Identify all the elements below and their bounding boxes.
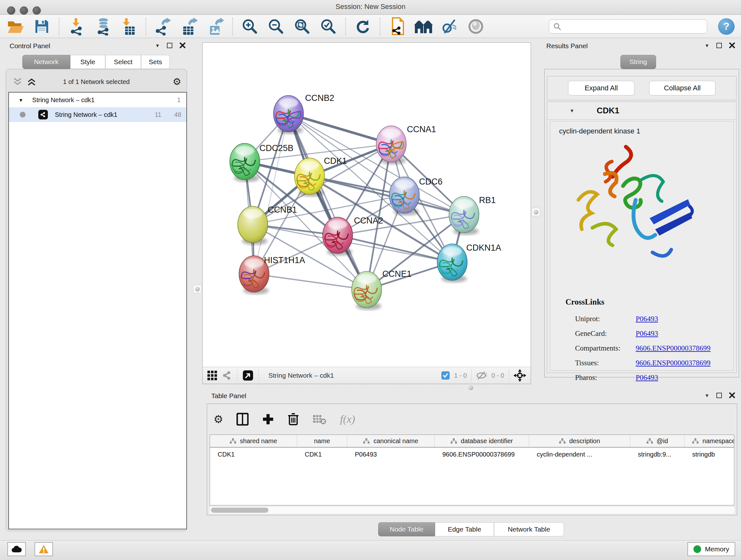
table-cell[interactable]: CDK1	[297, 451, 347, 458]
close-panel-icon[interactable]	[179, 42, 186, 49]
network-edge-HIST1H1A-CCNE1[interactable]	[254, 274, 367, 290]
import-table-icon[interactable]	[119, 17, 138, 36]
table-cell[interactable]: stringdb	[684, 451, 734, 458]
zoom-fit-icon[interactable]	[293, 17, 312, 36]
tab-network-table[interactable]: Network Table	[494, 522, 564, 537]
search-field[interactable]	[549, 19, 707, 34]
column-header-shared-name[interactable]: shared name	[210, 435, 297, 447]
tab-select[interactable]: Select	[105, 55, 141, 69]
window-title: Session: New Session	[0, 3, 741, 11]
column-header-label: @id	[657, 437, 668, 445]
add-column-icon[interactable]	[262, 413, 274, 425]
bottom-divider-handle[interactable]	[468, 385, 473, 390]
crosslink-link[interactable]: P06493	[636, 329, 658, 338]
crosslink-link[interactable]: P06493	[636, 315, 658, 323]
show-columns-icon[interactable]	[237, 413, 249, 426]
cloud-icon	[11, 546, 22, 553]
table-hscrollbar[interactable]	[210, 507, 734, 514]
birdseye-view-icon[interactable]	[243, 370, 253, 381]
network-node-CCNA2[interactable]	[323, 217, 353, 256]
table-cell[interactable]: stringdb:9...	[630, 451, 684, 458]
open-session-icon[interactable]	[6, 17, 25, 36]
close-panel-icon[interactable]	[729, 42, 735, 49]
expand-all-button[interactable]: Expand All	[568, 81, 634, 96]
zoom-out-icon[interactable]	[267, 17, 285, 36]
delete-column-icon[interactable]	[287, 413, 299, 426]
tree-expand-icon[interactable]: ▼	[18, 98, 23, 103]
column-header--id[interactable]: @id	[630, 435, 684, 447]
close-panel-icon[interactable]	[729, 392, 735, 398]
string-home-icon[interactable]	[414, 17, 433, 36]
network-node-CCNA1[interactable]	[376, 126, 406, 165]
network-node-CCNE1[interactable]	[352, 271, 382, 310]
search-input[interactable]	[564, 23, 701, 30]
hide-glasses-icon[interactable]	[441, 17, 459, 36]
warning-status-button[interactable]	[35, 542, 53, 556]
network-canvas[interactable]: CCNB2CCNA1CDC25BCDK1CDC6RB1CCNB1CCNA2CDK…	[203, 43, 531, 367]
cdk1-section-header[interactable]: ▼ CDK1	[547, 102, 736, 120]
crosslink-link[interactable]: P06493	[636, 374, 658, 382]
grid-view-icon[interactable]	[207, 370, 217, 381]
export-network-icon[interactable]	[154, 17, 172, 36]
column-header-description[interactable]: description	[529, 435, 630, 447]
cloud-status-button[interactable]	[7, 542, 26, 556]
zoom-selected-icon[interactable]	[319, 17, 338, 36]
tab-edge-table[interactable]: Edge Table	[435, 522, 494, 537]
zoom-in-icon[interactable]	[241, 17, 259, 36]
tab-node-table[interactable]: Node Table	[378, 522, 435, 537]
memory-button[interactable]: Memory	[687, 542, 735, 556]
function-builder-icon: f(x)	[340, 413, 355, 425]
network-edge-CCNB2-CCNA1[interactable]	[288, 114, 391, 144]
tab-string[interactable]: String	[620, 55, 656, 69]
export-table-icon[interactable]	[180, 17, 199, 36]
float-panel-icon[interactable]	[717, 43, 722, 48]
tab-network[interactable]: Network	[22, 55, 70, 69]
refresh-icon[interactable]	[354, 17, 372, 36]
network-list: ▼ String Network – cdk1 1 String Network…	[8, 92, 187, 530]
export-image-icon[interactable]	[206, 17, 225, 36]
crosslink-link[interactable]: 9606.ENSP00000378699	[636, 359, 711, 367]
network-collection-row[interactable]: ▼ String Network – cdk1 1	[9, 92, 186, 107]
network-node-CCNB1[interactable]	[238, 206, 268, 245]
crosslink-link[interactable]: 9606.ENSP00000378699	[636, 344, 711, 353]
tab-sets[interactable]: Sets	[141, 55, 170, 69]
float-panel-icon[interactable]	[167, 43, 172, 48]
network-node-RB1[interactable]	[449, 196, 479, 235]
import-database-icon[interactable]	[93, 17, 112, 36]
tab-style[interactable]: Style	[70, 55, 105, 69]
network-node-CDC25B[interactable]	[230, 143, 260, 182]
share-view-icon[interactable]	[222, 371, 232, 380]
document-share-icon[interactable]	[388, 17, 407, 36]
table-cell[interactable]: cyclin-dependent ...	[529, 451, 630, 458]
memory-label: Memory	[705, 545, 729, 553]
table-cell[interactable]: 9606.ENSP00000378699	[434, 451, 529, 458]
column-header-name[interactable]: name	[297, 435, 347, 447]
right-divider-handle[interactable]	[532, 208, 540, 216]
collapse-panel-icon[interactable]: ▼	[704, 393, 710, 398]
network-row-selected[interactable]: String Network – cdk1 11 48	[9, 107, 186, 122]
network-node-CDK1[interactable]	[294, 158, 325, 197]
selected-nodes-checkbox[interactable]	[441, 371, 450, 380]
table-options-gear-icon[interactable]: ⚙	[213, 414, 223, 425]
show-sphere-icon[interactable]	[467, 17, 485, 36]
network-node-CCNB2[interactable]	[273, 96, 304, 134]
table-cell[interactable]: CDK1	[210, 451, 297, 458]
fit-selected-crosshair-icon[interactable]	[514, 369, 526, 382]
float-panel-icon[interactable]	[717, 393, 722, 398]
column-header-namespace[interactable]: namespace	[684, 435, 734, 447]
network-node-CDKN1A[interactable]	[437, 244, 467, 283]
column-header-canonical-name[interactable]: canonical name	[347, 435, 434, 447]
save-session-icon[interactable]	[32, 17, 51, 36]
table-hscrollbar-thumb[interactable]	[211, 508, 268, 513]
import-network-icon[interactable]	[67, 17, 85, 36]
network-edge-CCNB2-HIST1H1A[interactable]	[254, 114, 288, 274]
column-header-database-identifier[interactable]: database identifier	[434, 435, 529, 447]
collapse-panel-icon[interactable]: ▼	[704, 43, 710, 48]
collapse-panel-icon[interactable]: ▼	[155, 43, 160, 48]
table-row[interactable]: CDK1CDK1P064939606.ENSP00000378699cyclin…	[210, 448, 734, 461]
section-collapse-icon[interactable]: ▼	[569, 108, 575, 113]
collapse-all-button[interactable]: Collapse All	[649, 81, 716, 96]
help-icon[interactable]: ?	[718, 18, 735, 35]
left-divider-handle[interactable]	[193, 285, 201, 293]
table-cell[interactable]: P06493	[347, 451, 434, 458]
